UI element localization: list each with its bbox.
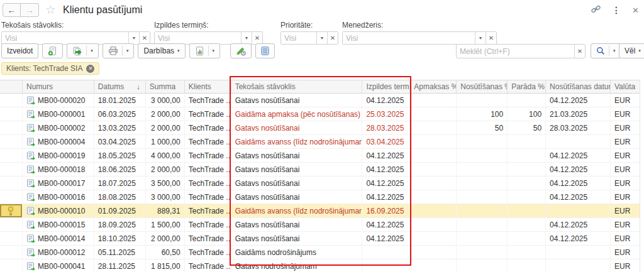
cell-apmaksas: [410, 259, 457, 272]
cell-nosut_datums: 04.12.2025: [546, 163, 611, 176]
favorite-star-icon[interactable]: ☆: [45, 4, 56, 16]
more-button[interactable]: Vēl ▾: [619, 43, 644, 58]
clear-filter-icon[interactable]: ✕: [327, 32, 338, 44]
page-title: Klientu pasūtījumi: [63, 4, 142, 16]
cell-summa: 3 000,00: [146, 190, 185, 204]
clear-filter-icon[interactable]: ✕: [486, 32, 496, 44]
column-header-nosut_pct[interactable]: Nosūtīšanas %: [457, 80, 508, 93]
filter-manager: Menedžeris: ▼ ✕: [342, 21, 497, 45]
cell-apmaksas: [410, 232, 457, 245]
column-header-nosut_datums[interactable]: Nosūtīšanas datums: [546, 80, 611, 93]
chevron-down-icon[interactable]: ▼: [316, 32, 327, 44]
cell-valuta: EUR: [611, 218, 640, 231]
table-row[interactable]: MB00-00001618.08.20253 000,00TechTrade .…: [0, 190, 640, 204]
link-icon[interactable]: [591, 5, 601, 15]
cell-parada: [508, 218, 546, 231]
table-row[interactable]: MB00-00000403.04.20251 000,00TechTrade .…: [0, 135, 640, 149]
cell-nosut_pct: [457, 190, 508, 204]
column-header-numurs[interactable]: Numurs: [23, 80, 94, 93]
cell-datums: 18.08.2025: [94, 190, 146, 204]
table-row[interactable]: MB00-00000106.03.20252 000,00TechTrade .…: [0, 107, 640, 121]
cell-datums: 03.04.2025: [94, 135, 146, 148]
table-row[interactable]: MB00-00001718.07.20253 500,00TechTrade .…: [0, 177, 640, 190]
search-box: ✕: [456, 44, 586, 58]
clear-filter-icon[interactable]: ✕: [139, 32, 150, 44]
column-header-sel[interactable]: [0, 80, 23, 93]
create-button[interactable]: Izveidot: [1, 43, 38, 58]
table-body: MB00-00002018.01.20253 000,00TechTrade .…: [0, 94, 640, 272]
filter-due-date-input[interactable]: [155, 32, 241, 44]
cell-stavoklis: Gatavs nosūtīšanai: [231, 232, 363, 245]
menu-dots-icon[interactable]: ⋮: [612, 5, 621, 15]
filter-current-state-input[interactable]: [2, 32, 128, 44]
clear-search-icon[interactable]: ✕: [574, 45, 585, 58]
table-row[interactable]: MB00-00001001.09.2025889,31TechTrade ...…: [0, 204, 640, 218]
table-row[interactable]: MB00-00004128.11.20251 815,00TechTrade .…: [0, 259, 640, 272]
column-header-termins[interactable]: Izpildes termiņš: [362, 80, 410, 93]
column-header-stavoklis[interactable]: Tekošais stāvoklis: [231, 80, 363, 93]
forward-button[interactable]: →: [21, 3, 39, 17]
print-button[interactable]: ▾: [103, 43, 135, 58]
cell-parada: [508, 259, 546, 272]
table-row[interactable]: MB00-00001518.09.20251 500,00TechTrade .…: [0, 218, 640, 232]
cell-nosut_pct: [457, 94, 508, 107]
close-icon[interactable]: ✕: [632, 6, 639, 15]
table-row[interactable]: MB00-00001205.11.202560,50TechTrade ...G…: [0, 246, 640, 259]
cell-numurs: MB00-000015: [23, 218, 94, 231]
table-row[interactable]: MB00-00001418.10.20252 000,00TechTrade .…: [0, 232, 640, 246]
post-document-button[interactable]: ▾: [67, 43, 99, 58]
edit-deadline-button[interactable]: [230, 43, 252, 58]
actions-button[interactable]: Darbības ▾: [138, 43, 185, 58]
report-button[interactable]: ▾: [189, 43, 221, 58]
column-header-apmaksas[interactable]: Apmaksas %: [410, 80, 457, 93]
cell-valuta: EUR: [611, 177, 640, 190]
report-chart-icon: [195, 46, 204, 56]
column-header-valuta[interactable]: Valūta: [611, 80, 640, 93]
column-header-klients[interactable]: Klients: [185, 80, 231, 93]
table-row[interactable]: MB00-00002018.01.20253 000,00TechTrade .…: [0, 94, 640, 107]
cell-datums: 18.09.2025: [94, 218, 146, 231]
cell-numurs: MB00-000012: [23, 246, 94, 259]
cell-termins: 28.03.2025: [362, 121, 410, 134]
list-view-button[interactable]: [255, 43, 275, 58]
table-row[interactable]: MB00-00001818.06.20252 000,00TechTrade .…: [0, 163, 640, 177]
cell-sel: [0, 121, 23, 134]
post-document-icon: [72, 46, 82, 56]
search-button[interactable]: ▾: [591, 43, 621, 58]
cell-parada: [508, 190, 546, 204]
clear-filter-icon[interactable]: ✕: [252, 32, 262, 44]
column-header-parada[interactable]: Parāda %: [508, 80, 546, 93]
filter-tag-client[interactable]: Klients: TechTrade SIA ✕: [1, 62, 99, 75]
cell-sel: [0, 232, 23, 245]
cell-valuta: EUR: [611, 107, 640, 121]
search-input[interactable]: [457, 45, 574, 58]
table-row[interactable]: MB00-00000213.03.20252 000,00TechTrade .…: [0, 121, 640, 135]
filter-priority-input[interactable]: [281, 32, 316, 44]
back-button[interactable]: ←: [3, 3, 21, 17]
cell-datums: 06.03.2025: [94, 107, 146, 121]
cell-termins: 16.09.2025: [362, 204, 410, 217]
new-document-button[interactable]: [42, 43, 63, 58]
table-row[interactable]: MB00-00001918.05.20254 000,00TechTrade .…: [0, 149, 640, 163]
cell-valuta: EUR: [611, 135, 640, 148]
create-button-label: Izveidot: [7, 46, 33, 55]
cell-nosut_datums: [546, 135, 611, 148]
dropdown-caret-icon: ▾: [213, 48, 215, 53]
cell-summa: 2 000,00: [146, 121, 185, 134]
column-header-datums[interactable]: Datums↓: [94, 80, 146, 93]
chevron-down-icon[interactable]: ▼: [475, 32, 486, 44]
remove-filter-icon[interactable]: ✕: [86, 65, 94, 73]
key-icon: [7, 206, 14, 216]
chevron-down-icon[interactable]: ▼: [128, 32, 139, 44]
column-header-summa[interactable]: Summa: [146, 80, 185, 93]
filter-manager-input[interactable]: [343, 32, 475, 44]
cell-apmaksas: [410, 163, 457, 176]
cell-numurs: MB00-000004: [23, 135, 94, 148]
posted-document-icon: [26, 193, 35, 202]
cell-stavoklis: Gatavs nosūtīšanai: [231, 218, 363, 231]
cell-parada: [508, 94, 546, 107]
cell-termins: [362, 259, 410, 272]
cell-summa: 2 000,00: [146, 107, 185, 121]
chevron-down-icon[interactable]: ▼: [241, 32, 252, 44]
cell-valuta: EUR: [611, 121, 640, 134]
